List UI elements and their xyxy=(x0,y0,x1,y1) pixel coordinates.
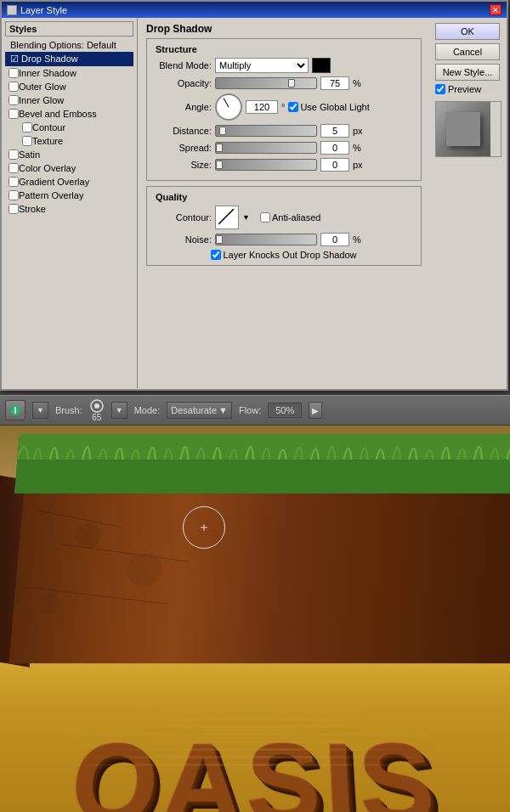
tool-preset-dropdown[interactable]: ▼ xyxy=(32,402,48,419)
spread-slider[interactable] xyxy=(215,142,317,154)
blending-options-label: Blending Options: Default xyxy=(10,40,116,50)
canvas-area: OASIS xyxy=(0,426,510,812)
sidebar-item-drop-shadow[interactable]: ☑ Drop Shadow xyxy=(5,52,133,66)
size-row: Size: px xyxy=(154,158,414,172)
layer-knocks-row: Layer Knocks Out Drop Shadow xyxy=(154,250,414,260)
pattern-overlay-label: Pattern Overlay xyxy=(19,190,83,200)
ps-toolbar: ▼ Brush: 65 ▼ Mode: Desaturate ▼ Flow: ▶ xyxy=(0,395,510,426)
drop-shadow-label: ☑ Drop Shadow xyxy=(10,54,78,64)
preview-label: Preview xyxy=(448,84,481,94)
angle-label: Angle: xyxy=(154,102,212,112)
brush-dropdown[interactable]: ▼ xyxy=(111,402,128,419)
global-light-checkbox[interactable] xyxy=(288,102,298,112)
tool-brush-btn[interactable] xyxy=(5,400,26,420)
global-light-text: Use Global Light xyxy=(300,102,369,112)
color-swatch[interactable] xyxy=(312,58,331,73)
inner-glow-checkbox[interactable] xyxy=(8,95,19,105)
sidebar-item-pattern-overlay[interactable]: Pattern Overlay xyxy=(5,189,133,202)
stroke-checkbox[interactable] xyxy=(8,204,19,214)
app-icon xyxy=(7,5,17,15)
layer-knocks-label[interactable]: Layer Knocks Out Drop Shadow xyxy=(211,250,356,260)
preview-checkbox[interactable] xyxy=(435,84,445,94)
mode-dropdown[interactable]: Desaturate ▼ xyxy=(167,402,232,419)
new-style-button[interactable]: New Style... xyxy=(435,64,500,81)
gradient-overlay-checkbox[interactable] xyxy=(8,177,19,187)
svg-point-7 xyxy=(74,523,102,549)
global-light-label[interactable]: Use Global Light xyxy=(288,102,369,112)
size-slider[interactable] xyxy=(215,159,317,171)
texture-checkbox[interactable] xyxy=(22,136,32,146)
ripple-4 xyxy=(15,733,484,736)
mode-label: Mode: xyxy=(134,405,161,415)
noise-slider[interactable] xyxy=(215,234,317,245)
contour-dropdown-arrow[interactable]: ▼ xyxy=(242,213,250,222)
outer-glow-label: Outer Glow xyxy=(19,82,66,92)
size-input[interactable] xyxy=(320,158,349,172)
noise-input[interactable] xyxy=(320,233,349,246)
layer-knocks-checkbox[interactable] xyxy=(211,250,221,260)
distance-slider[interactable] xyxy=(215,125,317,137)
inner-shadow-checkbox[interactable] xyxy=(8,68,19,78)
opacity-unit: % xyxy=(353,78,361,88)
angle-input[interactable] xyxy=(246,100,278,114)
sidebar-item-stroke[interactable]: Stroke xyxy=(5,202,133,216)
preview-box xyxy=(435,101,502,157)
close-button[interactable]: ✕ xyxy=(490,4,502,15)
spread-label: Spread: xyxy=(154,143,212,153)
anti-aliased-checkbox[interactable] xyxy=(260,212,270,223)
inner-glow-label: Inner Glow xyxy=(19,95,64,105)
satin-label: Satin xyxy=(19,149,40,160)
ok-button[interactable]: OK xyxy=(435,23,500,40)
mode-dropdown-icon: ▼ xyxy=(218,405,228,415)
bevel-emboss-checkbox[interactable] xyxy=(8,109,19,119)
structure-box: Structure Blend Mode: Multiply Opacity: xyxy=(146,38,422,181)
color-overlay-checkbox[interactable] xyxy=(8,163,19,173)
noise-unit: % xyxy=(353,234,361,245)
sidebar-item-bevel-emboss[interactable]: Bevel and Emboss xyxy=(5,107,133,121)
sidebar-item-color-overlay[interactable]: Color Overlay xyxy=(5,161,133,175)
layer-style-dialog: Layer Style ✕ Styles Blending Options: D… xyxy=(0,0,508,391)
flow-input[interactable] xyxy=(268,403,302,418)
sand-ripples xyxy=(0,710,510,812)
sidebar-item-satin[interactable]: Satin xyxy=(5,148,133,161)
opacity-input[interactable] xyxy=(320,76,349,90)
ripple-8 xyxy=(10,764,490,766)
contour-row: Contour: ▼ Anti-aliased xyxy=(154,206,414,229)
preview-image xyxy=(436,102,490,156)
satin-checkbox[interactable] xyxy=(8,149,19,160)
mode-value: Desaturate xyxy=(171,405,217,415)
contour-preview[interactable] xyxy=(215,206,239,229)
sidebar-item-blending-options[interactable]: Blending Options: Default xyxy=(5,38,133,52)
pattern-overlay-checkbox[interactable] xyxy=(8,190,19,200)
right-panel: OK Cancel New Style... Preview xyxy=(430,18,507,388)
sidebar-item-outer-glow[interactable]: Outer Glow xyxy=(5,80,133,93)
sidebar-item-gradient-overlay[interactable]: Gradient Overlay xyxy=(5,175,133,189)
sidebar-item-inner-glow[interactable]: Inner Glow xyxy=(5,93,133,107)
contour-checkbox[interactable] xyxy=(22,122,32,133)
brush-picker[interactable]: 65 xyxy=(89,398,105,422)
inner-shadow-label: Inner Shadow xyxy=(19,68,76,78)
sidebar-item-contour[interactable]: Contour xyxy=(5,121,133,134)
sidebar-item-texture[interactable]: Texture xyxy=(5,134,133,148)
opacity-slider[interactable] xyxy=(215,77,317,89)
distance-input[interactable] xyxy=(320,124,349,138)
sidebar-item-inner-shadow[interactable]: Inner Shadow xyxy=(5,66,133,80)
anti-aliased-text: Anti-aliased xyxy=(272,212,320,223)
cancel-button[interactable]: Cancel xyxy=(435,43,500,60)
gradient-overlay-label: Gradient Overlay xyxy=(19,177,89,187)
ripple-3 xyxy=(61,725,449,728)
spread-input[interactable] xyxy=(320,141,349,155)
blend-mode-label: Blend Mode: xyxy=(154,60,212,70)
preview-row: Preview xyxy=(435,84,502,94)
main-panel: Drop Shadow Structure Blend Mode: Multip… xyxy=(138,18,430,388)
angle-dial[interactable] xyxy=(215,93,242,121)
flow-arrow-btn[interactable]: ▶ xyxy=(309,402,322,419)
outer-glow-checkbox[interactable] xyxy=(8,82,19,92)
blend-mode-select[interactable]: Multiply xyxy=(215,58,309,73)
anti-aliased-label[interactable]: Anti-aliased xyxy=(260,212,320,223)
texture-label: Texture xyxy=(32,136,63,146)
size-unit: px xyxy=(353,160,363,170)
brush-icon xyxy=(8,403,22,417)
contour-svg xyxy=(218,209,235,226)
ripple-5 xyxy=(41,741,459,743)
